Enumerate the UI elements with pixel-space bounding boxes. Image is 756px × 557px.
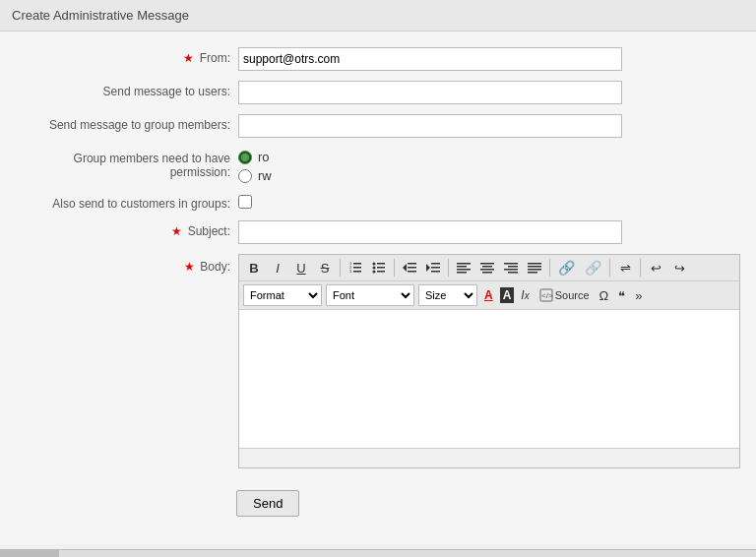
svg-rect-15	[408, 271, 416, 273]
link-button[interactable]: 🔗	[554, 258, 579, 278]
svg-rect-29	[508, 266, 518, 268]
svg-rect-14	[408, 267, 416, 269]
subject-input[interactable]	[238, 220, 622, 244]
send-users-input[interactable]	[238, 81, 622, 104]
scrollbar-thumb[interactable]	[0, 550, 59, 557]
format-select[interactable]: Format	[243, 284, 322, 306]
justify-button[interactable]	[524, 260, 545, 276]
unlink-button[interactable]: 🔗	[581, 258, 605, 278]
special-char-button[interactable]: Ω	[597, 286, 612, 305]
svg-rect-30	[504, 269, 518, 271]
svg-rect-25	[482, 266, 492, 268]
sep5	[609, 259, 610, 277]
font-color-button[interactable]: A	[481, 286, 496, 304]
svg-rect-31	[508, 272, 518, 274]
radio-ro-label: ro	[258, 150, 270, 164]
more-button[interactable]: »	[632, 286, 645, 305]
svg-rect-17	[431, 263, 440, 265]
radio-rw-row: rw	[238, 168, 744, 183]
svg-rect-28	[504, 263, 518, 265]
unordered-list-button[interactable]	[368, 259, 390, 277]
scrollbar[interactable]	[0, 549, 756, 557]
subject-label: ★ Subject:	[12, 220, 238, 238]
svg-rect-34	[528, 269, 541, 271]
source-button[interactable]: </> Source	[536, 286, 593, 304]
sep1	[340, 259, 341, 277]
svg-rect-20	[457, 263, 471, 265]
from-input[interactable]	[238, 47, 622, 71]
editor-body[interactable]	[239, 310, 739, 448]
body-label: ★ Body:	[12, 254, 238, 274]
svg-rect-22	[457, 269, 471, 271]
svg-point-10	[373, 271, 376, 274]
sep4	[549, 259, 550, 277]
indent-less-button[interactable]	[399, 260, 420, 276]
required-star: ★	[183, 51, 194, 65]
subject-required-star: ★	[171, 224, 182, 238]
toolbar-row2: Format Font Size A A Ix </>	[239, 281, 739, 310]
undo-button[interactable]: ↩	[645, 259, 666, 278]
align-left-button[interactable]	[453, 260, 474, 276]
svg-marker-16	[426, 264, 430, 272]
svg-rect-23	[457, 272, 467, 274]
sep6	[640, 259, 641, 277]
svg-rect-1	[353, 267, 361, 269]
svg-rect-18	[431, 267, 440, 269]
send-users-label: Send message to users:	[12, 81, 238, 98]
svg-rect-9	[377, 267, 385, 269]
radio-ro[interactable]	[238, 151, 252, 164]
svg-rect-26	[480, 269, 494, 271]
bg-color-button[interactable]: A	[500, 287, 515, 303]
bold-button[interactable]: B	[243, 259, 265, 278]
svg-rect-33	[528, 266, 541, 268]
sep3	[448, 259, 449, 277]
svg-text:</>: </>	[541, 291, 553, 300]
svg-rect-0	[353, 263, 361, 265]
editor-footer	[239, 448, 739, 467]
clear-format-button[interactable]: Ix	[518, 286, 532, 304]
align-center-button[interactable]	[476, 260, 498, 276]
strike-button[interactable]: S	[314, 259, 336, 278]
radio-rw[interactable]	[238, 169, 252, 183]
underline-button[interactable]: U	[290, 259, 312, 278]
sep2	[394, 259, 395, 277]
page-title: Create Administrative Message	[0, 0, 756, 31]
svg-rect-19	[431, 271, 440, 273]
font-select[interactable]: Font	[326, 284, 414, 306]
from-label: ★ From:	[12, 47, 238, 65]
redo-button[interactable]: ↪	[668, 259, 690, 278]
send-area: Send	[0, 478, 756, 528]
radio-rw-label: rw	[258, 168, 272, 183]
svg-rect-21	[457, 266, 467, 268]
svg-point-6	[373, 263, 376, 266]
radio-ro-row: ro	[238, 150, 744, 164]
svg-point-8	[373, 267, 376, 270]
permission-label: Group members need to have permission:	[12, 148, 238, 179]
direction-button[interactable]: ⇌	[614, 259, 636, 278]
italic-button[interactable]: I	[267, 259, 288, 278]
also-send-label: Also send to customers in groups:	[12, 193, 238, 211]
send-button[interactable]: Send	[236, 490, 299, 517]
also-send-checkbox[interactable]	[238, 195, 252, 209]
editor-wrapper: B I U S 1 2 3	[238, 254, 740, 468]
send-groups-input[interactable]	[238, 114, 622, 138]
svg-rect-35	[528, 272, 537, 274]
ordered-list-button[interactable]: 1 2 3	[345, 259, 366, 277]
svg-rect-24	[480, 263, 494, 265]
body-required-star: ★	[184, 260, 195, 274]
svg-marker-12	[403, 264, 407, 272]
send-groups-label: Send message to group members:	[12, 114, 238, 132]
quote-button[interactable]: ❝	[615, 286, 628, 305]
svg-rect-32	[528, 263, 541, 265]
indent-more-button[interactable]	[422, 260, 444, 276]
svg-rect-27	[482, 272, 492, 274]
svg-rect-11	[377, 271, 385, 273]
svg-rect-2	[353, 271, 361, 273]
size-select[interactable]: Size	[418, 284, 477, 306]
svg-text:3: 3	[349, 269, 352, 274]
toolbar-row1: B I U S 1 2 3	[239, 255, 739, 281]
svg-rect-7	[377, 263, 385, 265]
svg-rect-13	[408, 263, 416, 265]
align-right-button[interactable]	[500, 260, 522, 276]
